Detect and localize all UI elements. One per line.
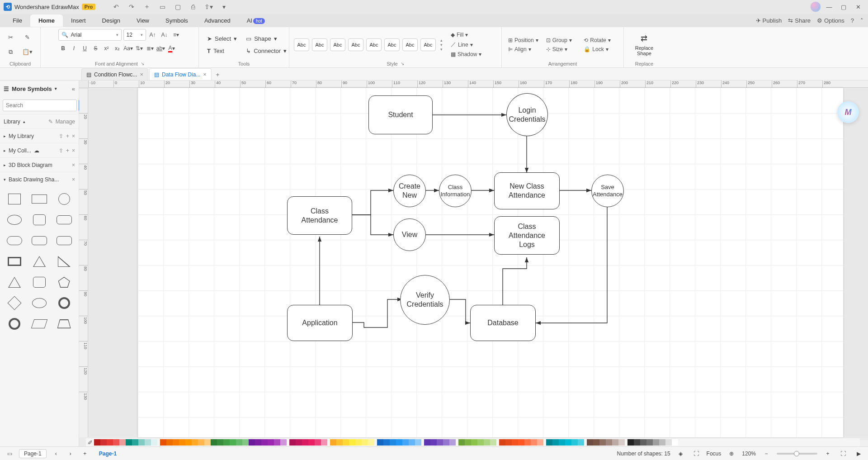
shape-right-triangle[interactable]	[54, 253, 74, 270]
color-swatch[interactable]	[160, 439, 166, 446]
menu-symbols[interactable]: Symbols	[157, 14, 196, 27]
library-section[interactable]: ▸3D Block Diagram ×	[0, 157, 79, 172]
style-more-icon[interactable]: ▾	[440, 47, 443, 52]
color-swatch[interactable]	[138, 439, 145, 446]
shape-pill[interactable]	[5, 232, 25, 249]
presentation-icon[interactable]: ▶	[854, 449, 863, 459]
color-swatch[interactable]	[499, 439, 505, 446]
style-next-icon[interactable]: ▾	[440, 43, 443, 47]
color-swatch[interactable]	[437, 439, 443, 446]
cut-icon[interactable]: ✂	[5, 32, 16, 43]
color-swatch[interactable]	[249, 439, 255, 446]
size-button[interactable]: ⊹ Size▾	[544, 45, 581, 53]
color-swatch[interactable]	[94, 439, 100, 446]
color-swatch[interactable]	[505, 439, 512, 446]
font-size-select[interactable]: 12▾	[123, 29, 146, 41]
align-button[interactable]: ⊫ Align▾	[506, 45, 543, 53]
focus-label[interactable]: Focus	[707, 451, 722, 457]
color-swatch[interactable]	[430, 439, 437, 446]
color-swatch[interactable]	[571, 439, 578, 446]
case-icon[interactable]: Aa▾	[123, 43, 133, 53]
color-swatch[interactable]	[646, 439, 653, 446]
node-logs[interactable]: Class Attendance Logs	[494, 216, 560, 255]
node-database[interactable]: Database	[470, 305, 536, 341]
style-preset[interactable]: Abc	[384, 38, 400, 51]
share-button[interactable]: ⇆Share	[788, 17, 811, 24]
color-swatch[interactable]	[465, 439, 471, 446]
next-page-icon[interactable]: ›	[66, 449, 75, 459]
shape-tool[interactable]: ▭Shape▾	[242, 33, 290, 44]
manage-icon[interactable]: ✎	[48, 119, 53, 125]
shape-donut2[interactable]	[5, 316, 25, 332]
color-swatch[interactable]	[612, 439, 618, 446]
export-icon[interactable]: ⇪▾	[202, 1, 215, 12]
strike-icon[interactable]: S	[91, 43, 101, 53]
fit-icon[interactable]: ⊕	[726, 449, 736, 459]
help-button[interactable]: ?	[851, 17, 854, 24]
add-tab-button[interactable]: ＋	[212, 69, 223, 80]
manage-label[interactable]: Manage	[56, 119, 75, 125]
color-swatch[interactable]	[383, 439, 390, 446]
color-swatch[interactable]	[424, 439, 430, 446]
superscript-icon[interactable]: x²	[102, 43, 112, 53]
ribbon-collapse-icon[interactable]: ˄	[860, 17, 863, 24]
line-button[interactable]: ／ Line▾	[449, 40, 483, 49]
color-swatch[interactable]	[524, 439, 531, 446]
node-student[interactable]: Student	[368, 95, 433, 134]
color-swatch[interactable]	[166, 439, 173, 446]
style-dialog-launcher[interactable]: ↘	[401, 61, 404, 66]
replace-shape-icon[interactable]: ⇄	[641, 33, 647, 43]
style-preset[interactable]: Abc	[330, 38, 345, 51]
menu-ai[interactable]: AIhot	[239, 14, 273, 27]
color-swatch[interactable]	[296, 439, 302, 446]
color-swatch[interactable]	[458, 439, 465, 446]
open-icon[interactable]: ▭	[156, 1, 169, 12]
fill-button[interactable]: ◆ Fill▾	[449, 31, 483, 39]
shape-ellipse[interactable]	[5, 212, 25, 228]
shape-rounded-rect[interactable]	[54, 212, 74, 228]
menu-advanced[interactable]: Advanced	[196, 14, 239, 27]
color-swatch[interactable]	[531, 439, 537, 446]
highlight-icon[interactable]: ab▾	[156, 43, 166, 53]
fullscreen-icon[interactable]: ⛶	[838, 449, 848, 459]
style-preset[interactable]: Abc	[420, 38, 436, 51]
options-button[interactable]: ⚙Options	[817, 17, 844, 24]
shape-parallelogram[interactable]	[29, 316, 50, 332]
page-list-icon[interactable]: ▭	[5, 449, 14, 459]
text-tool[interactable]: TText	[203, 46, 241, 56]
close-tab-icon[interactable]: ×	[140, 71, 143, 78]
shape-rounded-rect3[interactable]	[54, 232, 74, 249]
color-swatch[interactable]	[409, 439, 415, 446]
color-swatch[interactable]	[204, 439, 211, 446]
color-swatch[interactable]	[343, 439, 349, 446]
bullets-icon[interactable]: ≣▾	[145, 43, 155, 53]
shape-diamond[interactable]	[5, 295, 25, 311]
color-swatch[interactable]	[537, 439, 543, 446]
color-swatch[interactable]	[484, 439, 490, 446]
shape-ellipse2[interactable]	[29, 295, 50, 311]
font-color-icon[interactable]: A▾	[167, 43, 177, 53]
color-swatch[interactable]	[362, 439, 368, 446]
color-swatch[interactable]	[512, 439, 518, 446]
color-swatch[interactable]	[198, 439, 204, 446]
library-section[interactable]: ▸My Coll... ☁ ⇪+×	[0, 143, 79, 157]
layers-icon[interactable]: ◈	[676, 449, 686, 459]
shape-rectangle[interactable]	[29, 191, 50, 207]
group-button[interactable]: ⊡ Group▾	[544, 36, 581, 44]
redo-icon[interactable]: ↷	[125, 1, 138, 12]
color-swatch[interactable]	[659, 439, 665, 446]
color-swatch[interactable]	[242, 439, 249, 446]
color-swatch[interactable]	[665, 439, 672, 446]
color-swatch[interactable]	[355, 439, 362, 446]
font-family-select[interactable]: 🔍Arial▾	[58, 29, 122, 41]
active-page-tab[interactable]: Page-1	[94, 450, 121, 458]
color-swatch[interactable]	[587, 439, 593, 446]
color-swatch[interactable]	[618, 439, 625, 446]
shape-frame[interactable]	[5, 253, 25, 270]
position-button[interactable]: ⊞ Position▾	[506, 36, 543, 44]
style-preset[interactable]: Abc	[294, 38, 309, 51]
library-section-expanded[interactable]: ▾Basic Drawing Sha... ×	[0, 172, 79, 186]
library-label[interactable]: Library	[4, 119, 20, 125]
color-swatch[interactable]	[578, 439, 584, 446]
color-swatch[interactable]	[321, 439, 327, 446]
